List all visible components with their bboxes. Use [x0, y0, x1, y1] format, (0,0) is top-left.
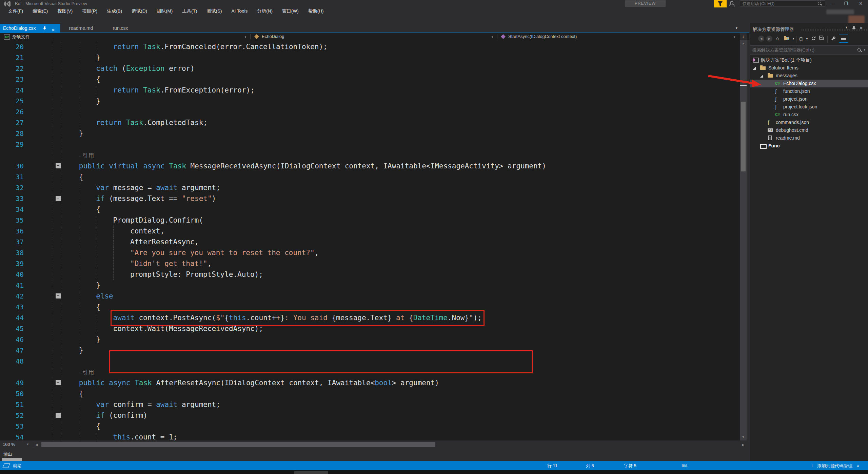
code-line-28[interactable]: 28}: [0, 128, 740, 139]
tree-item--bot-1-[interactable]: 解决方案"Bot"(1 个项目): [750, 56, 868, 64]
menu-item[interactable]: 分析(N): [252, 7, 277, 15]
tree-item-commands.json[interactable]: ∫commands.json: [750, 119, 868, 126]
tree-item-project.lock.json[interactable]: ∫project.lock.json: [750, 103, 868, 111]
refresh-icon[interactable]: [811, 36, 817, 42]
source-control-expand-icon[interactable]: ▲: [856, 464, 860, 467]
horizontal-scroll-thumb[interactable]: [41, 442, 435, 447]
feedback-flag-icon[interactable]: [714, 0, 727, 7]
tree-item-solution-items[interactable]: Solution Items: [750, 64, 868, 72]
tree-item-function.json[interactable]: ∫function.json: [750, 87, 868, 95]
minimize-button[interactable]: –: [826, 0, 837, 7]
code-line-35[interactable]: 35PromptDialog.Confirm(: [0, 215, 740, 226]
fold-toggle-icon[interactable]: −: [56, 413, 61, 418]
expander-icon[interactable]: [760, 75, 763, 78]
code-line-48[interactable]: 48: [0, 356, 740, 367]
scroll-right-icon[interactable]: ▶: [742, 443, 745, 447]
code-line-40[interactable]: 40promptStyle: PromptStyle.Auto);: [0, 269, 740, 280]
code-line-39[interactable]: 39"Didn't get that!",: [0, 258, 740, 269]
code-line-27[interactable]: 27return Task.CompletedTask;: [0, 117, 740, 128]
chevron-down-icon[interactable]: ▼: [792, 37, 795, 40]
codelens-row[interactable]: - 引用: [0, 150, 740, 161]
scroll-up-icon[interactable]: ▲: [740, 40, 747, 46]
code-line-32[interactable]: 32var message = await argument;: [0, 182, 740, 193]
code-line-31[interactable]: 31{: [0, 171, 740, 182]
vertical-scroll-thumb[interactable]: [741, 102, 746, 171]
code-line-44[interactable]: 44await context.PostAsync($"{this.count+…: [0, 312, 740, 323]
menu-item[interactable]: 生成(B): [102, 7, 127, 15]
properties-wrench-icon[interactable]: [831, 36, 836, 42]
code-line-37[interactable]: 37AfterResetAsync,: [0, 236, 740, 247]
code-line-21[interactable]: 21}: [0, 52, 740, 63]
tab-runcsx[interactable]: run.csx: [102, 24, 139, 33]
pin-icon[interactable]: [852, 26, 856, 30]
scroll-down-icon[interactable]: ▼: [740, 434, 747, 440]
chevron-down-icon[interactable]: ▼: [733, 36, 736, 39]
expander-icon[interactable]: [753, 67, 756, 70]
code-line-23[interactable]: 23{: [0, 74, 740, 85]
code-line-47[interactable]: 47}: [0, 345, 740, 356]
collapse-all-icon[interactable]: [819, 36, 825, 42]
code-line-36[interactable]: 36context,: [0, 226, 740, 236]
tree-item-func[interactable]: Func: [750, 142, 868, 150]
forward-button[interactable]: ▶: [766, 36, 772, 42]
chevron-down-icon[interactable]: ▼: [863, 48, 866, 51]
menu-item[interactable]: 编辑(E): [28, 7, 53, 15]
code-line-53[interactable]: 53{: [0, 421, 740, 432]
tab-echodialog[interactable]: EchoDialog.csx ✕: [0, 24, 60, 33]
close-panel-icon[interactable]: ✕: [860, 26, 863, 30]
code-line-29[interactable]: 29: [0, 139, 740, 150]
code-line-52[interactable]: 52−if (confirm): [0, 410, 740, 421]
menu-item[interactable]: 窗口(W): [277, 7, 303, 15]
solution-search-box[interactable]: 搜索解决方案资源管理器(Ctrl+;) ▼: [750, 45, 868, 55]
code-line-34[interactable]: 34{: [0, 204, 740, 215]
restore-button[interactable]: ❐: [840, 0, 852, 7]
menu-item[interactable]: 工具(T): [177, 7, 202, 15]
tree-item-run.csx[interactable]: C#run.csx: [750, 111, 868, 119]
code-line-46[interactable]: 46}: [0, 334, 740, 345]
menu-item[interactable]: 团队(M): [152, 7, 177, 15]
chevron-down-icon[interactable]: ▼: [491, 36, 494, 39]
quick-launch-input[interactable]: 快速启动 (Ctrl+Q): [740, 0, 825, 7]
code-line-22[interactable]: 22catch (Exception error): [0, 63, 740, 74]
fold-toggle-icon[interactable]: −: [56, 196, 61, 201]
code-line-25[interactable]: 25}: [0, 96, 740, 106]
fold-toggle-icon[interactable]: −: [56, 293, 61, 298]
code-line-24[interactable]: 24return Task.FromException(error);: [0, 85, 740, 96]
editor-split-handle[interactable]: ↕: [740, 33, 747, 40]
preview-selected-items-toggle[interactable]: [839, 35, 848, 43]
tab-readme[interactable]: readme.md: [60, 24, 102, 33]
output-panel-title[interactable]: 输出: [3, 451, 12, 457]
add-to-source-control-button[interactable]: 添加到源代码管理: [817, 463, 852, 469]
code-line-30[interactable]: 30−public virtual async Task MessageRece…: [0, 161, 740, 171]
scroll-left-icon[interactable]: ◀: [35, 443, 38, 447]
person-icon[interactable]: [728, 1, 735, 7]
code-line-54[interactable]: 54this.count = 1;: [0, 432, 740, 440]
code-line-50[interactable]: 50{: [0, 388, 740, 399]
code-line-38[interactable]: 38"Are you sure you want to reset the co…: [0, 247, 740, 258]
code-line-20[interactable]: 20return Task.FromCanceled(error.Cancell…: [0, 41, 740, 52]
document-list-chevron-icon[interactable]: ▼: [735, 26, 738, 30]
code-line-45[interactable]: 45context.Wait(MessageReceivedAsync);: [0, 323, 740, 334]
chevron-down-icon[interactable]: ▼: [806, 37, 808, 40]
fold-toggle-icon[interactable]: −: [56, 163, 61, 168]
chevron-down-icon[interactable]: ▼: [244, 36, 247, 39]
zoom-level-dropdown[interactable]: 160 % ▼: [0, 441, 33, 448]
fold-toggle-icon[interactable]: −: [56, 380, 61, 385]
code-line-51[interactable]: 51var confirm = await argument;: [0, 399, 740, 410]
tree-item-readme.md[interactable]: readme.md: [750, 134, 868, 142]
code-line-49[interactable]: 49−public async Task AfterResetAsync(IDi…: [0, 377, 740, 388]
menu-item[interactable]: 测试(S): [202, 7, 227, 15]
menu-item[interactable]: 帮助(H): [303, 7, 329, 15]
horizontal-scrollbar[interactable]: 160 % ▼ ◀ ▶: [0, 440, 747, 449]
panel-menu-chevron-icon[interactable]: ▼: [845, 26, 848, 29]
close-button[interactable]: ✕: [855, 0, 867, 7]
code-line-43[interactable]: 43{: [0, 302, 740, 312]
code-editor[interactable]: 20return Task.FromCanceled(error.Cancell…: [0, 40, 740, 440]
code-line-26[interactable]: 26: [0, 106, 740, 117]
menu-item[interactable]: AI Tools: [227, 7, 253, 15]
menu-item[interactable]: 项目(P): [77, 7, 102, 15]
menu-item[interactable]: 文件(F): [3, 7, 28, 15]
breadcrumb-type[interactable]: EchoDialog: [262, 34, 284, 39]
code-line-42[interactable]: 42−else: [0, 291, 740, 302]
output-panel[interactable]: 输出: [0, 449, 749, 461]
